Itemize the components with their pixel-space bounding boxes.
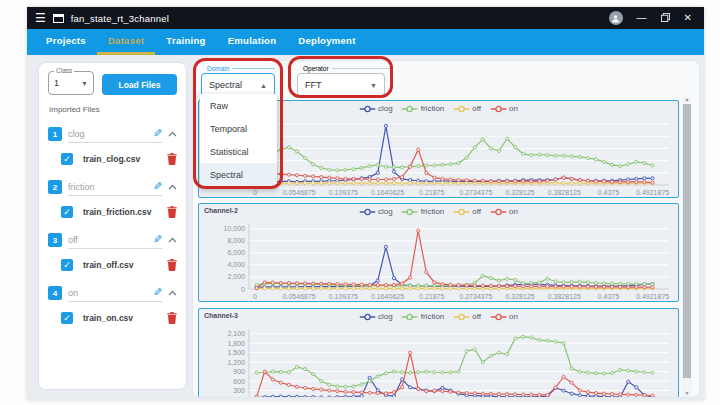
class-name-field[interactable]: on✎: [68, 284, 162, 302]
file-checkbox[interactable]: ✓: [61, 312, 73, 324]
svg-text:1,800: 1,800: [227, 340, 245, 347]
legend-item-on[interactable]: on: [490, 207, 518, 216]
class-index-badge: 1: [48, 127, 62, 141]
svg-text:0.2734375: 0.2734375: [459, 189, 492, 196]
svg-text:900: 900: [233, 368, 245, 375]
legend-item-friction[interactable]: friction: [402, 312, 445, 321]
file-checkbox[interactable]: ✓: [61, 153, 73, 165]
group-header: 2friction✎: [48, 178, 177, 196]
delete-icon[interactable]: [167, 153, 177, 165]
group-header: 1clog✎: [48, 125, 177, 143]
legend-item-off[interactable]: off: [453, 312, 481, 321]
class-name-field[interactable]: clog✎: [68, 125, 162, 143]
class-index-badge: 2: [48, 180, 62, 194]
legend-item-on[interactable]: on: [490, 312, 518, 321]
edit-icon[interactable]: ✎: [153, 234, 162, 245]
edit-icon[interactable]: ✎: [153, 181, 162, 192]
file-name: train_on.csv: [83, 313, 167, 323]
class-select[interactable]: Class 1 ▼: [48, 71, 94, 95]
svg-text:0.1640625: 0.1640625: [371, 293, 404, 300]
tab-projects[interactable]: Projects: [35, 29, 97, 55]
sidebar: Class 1 ▼ Load Files Imported Files 1clo…: [38, 62, 187, 390]
file-checkbox[interactable]: ✓: [61, 206, 73, 218]
scroll-down-icon[interactable]: ▼: [682, 390, 692, 396]
domain-select-label: Domain: [201, 65, 232, 72]
legend-item-friction[interactable]: friction: [402, 104, 445, 113]
chart-title: Channel-3: [204, 312, 238, 319]
tab-training[interactable]: Training: [155, 29, 216, 55]
tab-dataset[interactable]: Dataset: [97, 29, 155, 55]
chart-legend: clogfrictionoffon: [359, 207, 518, 216]
collapse-chevron-up-icon[interactable]: [168, 237, 177, 243]
menu-option-spectral[interactable]: Spectral: [200, 163, 277, 186]
app-window: ☰ fan_state_rt_3channel — ✕ ProjectsData…: [27, 7, 704, 400]
chart-legend: clogfrictionoffon: [359, 104, 518, 113]
collapse-chevron-up-icon[interactable]: [168, 184, 177, 190]
delete-icon[interactable]: [167, 259, 177, 271]
chevron-down-icon: ▼: [81, 80, 88, 87]
edit-icon[interactable]: ✎: [153, 128, 162, 139]
scroll-up-icon[interactable]: ▲: [682, 96, 692, 102]
svg-text:1,500: 1,500: [227, 349, 245, 356]
imported-files-list: 1clog✎✓train_clog.csv2friction✎✓train_fr…: [48, 125, 177, 326]
svg-text:0.0546875: 0.0546875: [283, 293, 316, 300]
svg-text:0.3828125: 0.3828125: [548, 189, 581, 196]
vertical-scrollbar[interactable]: ▲ ▼: [682, 95, 692, 397]
minimize-button[interactable]: —: [637, 13, 647, 23]
menu-option-statistical[interactable]: Statistical: [200, 140, 277, 163]
file-checkbox[interactable]: ✓: [61, 259, 73, 271]
class-name-field[interactable]: off✎: [68, 231, 162, 249]
delete-icon[interactable]: [167, 206, 177, 218]
avatar[interactable]: [609, 11, 623, 25]
file-row: ✓train_on.csv: [48, 310, 177, 326]
class-name-field[interactable]: friction✎: [68, 178, 162, 196]
titlebar: ☰ fan_state_rt_3channel — ✕: [27, 7, 704, 29]
delete-icon[interactable]: [167, 312, 177, 324]
load-files-button[interactable]: Load Files: [102, 74, 177, 95]
class-select-value: 1: [54, 78, 59, 88]
chart-plot: 2,1001,8001,5001,20090060030000.05468750…: [199, 309, 677, 398]
svg-text:6,000: 6,000: [227, 249, 245, 256]
domain-select[interactable]: Domain Spectral ▲: [201, 64, 275, 97]
file-row: ✓train_friction.csv: [48, 204, 177, 220]
chart-plot: 10,0008,0006,0004,0002,000000.05468750.1…: [199, 204, 677, 302]
chart-channel-3: Channel-3clogfrictionoffon2,1001,8001,50…: [198, 308, 679, 398]
legend-item-off[interactable]: off: [453, 104, 481, 113]
class-row: Class 1 ▼ Load Files: [48, 71, 177, 95]
legend-item-off[interactable]: off: [453, 207, 481, 216]
scrollbar-thumb[interactable]: [683, 104, 691, 378]
file-group-clog: 1clog✎✓train_clog.csv: [48, 125, 177, 167]
svg-text:0.2734375: 0.2734375: [459, 293, 492, 300]
menu-option-temporal[interactable]: Temporal: [200, 117, 277, 140]
titlebar-controls: — ✕: [609, 11, 704, 25]
legend-item-clog[interactable]: clog: [359, 104, 393, 113]
menu-option-raw[interactable]: Raw: [200, 94, 277, 117]
operator-select-label: Operator: [297, 65, 332, 72]
hamburger-icon[interactable]: ☰: [35, 12, 46, 24]
file-name: train_clog.csv: [83, 154, 167, 164]
chart-channel-2: Channel-2clogfrictionoffon10,0008,0006,0…: [198, 203, 679, 302]
legend-item-friction[interactable]: friction: [402, 207, 445, 216]
svg-text:0.328125: 0.328125: [505, 293, 534, 300]
imported-files-label: Imported Files: [49, 105, 177, 114]
svg-text:0.4921875: 0.4921875: [636, 293, 669, 300]
tab-emulation[interactable]: Emulation: [217, 29, 288, 55]
file-group-on: 4on✎✓train_on.csv: [48, 284, 177, 326]
nav-tabs: ProjectsDatasetTrainingEmulationDeployme…: [27, 29, 704, 55]
chart-title: Channel-2: [204, 207, 238, 214]
svg-text:0: 0: [253, 293, 257, 300]
collapse-chevron-up-icon[interactable]: [168, 131, 177, 137]
legend-item-clog[interactable]: clog: [359, 312, 393, 321]
close-button[interactable]: ✕: [684, 13, 692, 23]
legend-item-on[interactable]: on: [490, 104, 518, 113]
file-row: ✓train_off.csv: [48, 257, 177, 273]
collapse-chevron-up-icon[interactable]: [168, 290, 177, 296]
restore-button[interactable]: [661, 13, 670, 24]
class-name-text: clog: [68, 129, 153, 139]
legend-item-clog[interactable]: clog: [359, 207, 393, 216]
edit-icon[interactable]: ✎: [153, 287, 162, 298]
tab-deployment[interactable]: Deployment: [287, 29, 366, 55]
operator-select[interactable]: Operator FFT ▼: [297, 64, 392, 97]
window-title: fan_state_rt_3channel: [71, 13, 169, 24]
operator-select-box[interactable]: FFT ▼: [297, 73, 385, 97]
